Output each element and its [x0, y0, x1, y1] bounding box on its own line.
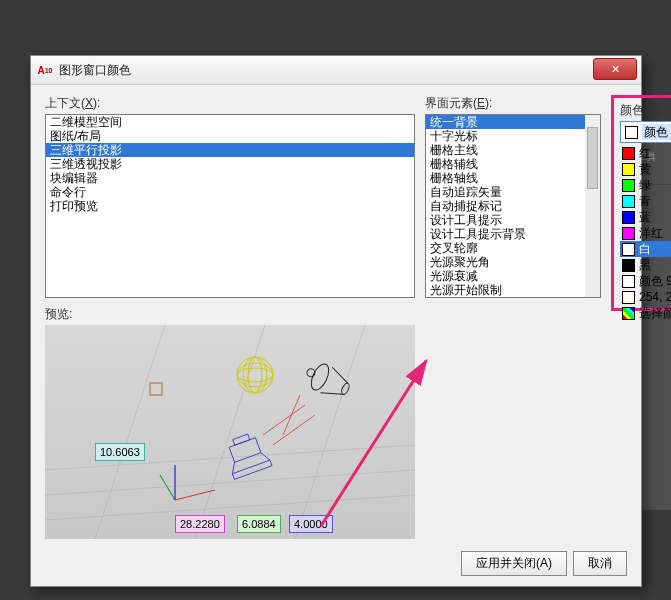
context-listbox[interactable]: 二维模型空间图纸/布局三维平行投影三维透视投影块编辑器命令行打印预览	[45, 114, 415, 298]
context-item[interactable]: 三维透视投影	[46, 157, 414, 171]
context-item[interactable]: 块编辑器	[46, 171, 414, 185]
preview-dim-c: 4.0000	[289, 515, 333, 533]
element-item[interactable]: 光源结束限制	[426, 297, 600, 298]
color-item[interactable]: 颜色 9	[620, 273, 671, 289]
svg-point-9	[237, 357, 273, 393]
element-item[interactable]: 栅格主线	[426, 143, 600, 157]
color-swatch	[622, 195, 635, 208]
color-swatch	[622, 179, 635, 192]
svg-point-18	[306, 367, 317, 378]
element-column: 界面元素(E): 统一背景十字光标栅格主线栅格辅线栅格轴线自动追踪矢量自动捕捉标…	[425, 95, 601, 539]
marker-square	[150, 383, 162, 395]
preview-dim-a: 28.2280	[175, 515, 225, 533]
element-item[interactable]: 栅格辅线	[426, 157, 600, 171]
element-item[interactable]: 光源聚光角	[426, 255, 600, 269]
current-swatch	[625, 126, 638, 139]
context-item[interactable]: 二维模型空间	[46, 115, 414, 129]
color-item[interactable]: 黑	[620, 257, 671, 273]
dialog-title: 图形窗口颜色	[59, 62, 131, 79]
context-label: 上下文(X):	[45, 95, 415, 112]
color-name: 蓝	[639, 209, 651, 226]
svg-rect-23	[233, 434, 250, 445]
svg-line-21	[283, 395, 300, 435]
color-swatch	[622, 307, 635, 320]
color-swatch	[622, 147, 635, 160]
context-item[interactable]: 图纸/布局	[46, 129, 414, 143]
element-item[interactable]: 光源开始限制	[426, 283, 600, 297]
color-name: 黑	[639, 257, 651, 274]
wire-horn	[301, 358, 354, 402]
context-column: 上下文(X): 二维模型空间图纸/布局三维平行投影三维透视投影块编辑器命令行打印…	[45, 95, 415, 539]
preview-label: 预览:	[45, 306, 415, 323]
scrollbar[interactable]	[585, 115, 600, 297]
wire-camera	[221, 430, 272, 479]
color-item[interactable]: 254, 252, 240	[620, 289, 671, 305]
color-item[interactable]: 青	[620, 193, 671, 209]
color-label: 颜色(C):	[620, 102, 671, 119]
element-item[interactable]: 光源衰减	[426, 269, 600, 283]
element-item[interactable]: 交叉轮廓	[426, 241, 600, 255]
color-item[interactable]: 白	[620, 241, 671, 257]
color-name: 254, 252, 240	[639, 290, 671, 304]
red-lines	[263, 395, 315, 445]
color-panel: 颜色(C): 颜色 9 ▾ 红黄绿青蓝洋红白黑颜色 9254, 252, 240…	[611, 95, 671, 311]
scrollbar-thumb[interactable]	[587, 127, 598, 189]
svg-point-12	[237, 363, 273, 387]
color-name: 黄	[639, 161, 651, 178]
color-swatch	[622, 227, 635, 240]
close-icon: ✕	[611, 63, 620, 76]
svg-line-6	[175, 490, 215, 500]
color-name: 白	[639, 241, 651, 258]
cancel-button[interactable]: 取消	[573, 551, 627, 576]
color-swatch	[622, 291, 635, 304]
svg-line-19	[263, 405, 305, 435]
color-swatch	[622, 211, 635, 224]
color-name: 选择颜色...	[639, 305, 671, 322]
svg-line-2	[45, 495, 415, 520]
color-item[interactable]: 绿	[620, 177, 671, 193]
element-item[interactable]: 设计工具提示背景	[426, 227, 600, 241]
element-item[interactable]: 自动追踪矢量	[426, 185, 600, 199]
button-bar: 应用并关闭(A) 取消	[461, 551, 627, 576]
svg-rect-26	[232, 460, 272, 479]
apply-close-button[interactable]: 应用并关闭(A)	[461, 551, 567, 576]
element-item[interactable]: 十字光标	[426, 129, 600, 143]
preview-dim-b: 6.0884	[237, 515, 281, 533]
svg-point-11	[248, 357, 262, 393]
context-item[interactable]: 打印预览	[46, 199, 414, 213]
color-name: 绿	[639, 177, 651, 194]
element-item[interactable]: 自动捕捉标记	[426, 199, 600, 213]
svg-point-17	[340, 382, 351, 395]
color-swatch	[622, 275, 635, 288]
svg-line-15	[329, 367, 351, 383]
color-swatch	[622, 259, 635, 272]
color-name: 洋红	[639, 225, 663, 242]
svg-line-1	[45, 470, 415, 495]
titlebar: A10 图形窗口颜色 ✕	[31, 56, 641, 85]
context-item[interactable]: 命令行	[46, 185, 414, 199]
svg-line-3	[95, 325, 165, 539]
color-dropdown-list[interactable]: 红黄绿青蓝洋红白黑颜色 9254, 252, 240选择颜色...	[620, 145, 671, 321]
color-item[interactable]: 黄	[620, 161, 671, 177]
color-swatch	[622, 243, 635, 256]
svg-point-13	[243, 357, 267, 393]
element-item[interactable]: 设计工具提示	[426, 213, 600, 227]
preview-svg	[45, 325, 415, 539]
element-item[interactable]: 统一背景	[426, 115, 600, 129]
color-swatch	[622, 163, 635, 176]
color-item[interactable]: 洋红	[620, 225, 671, 241]
element-label: 界面元素(E):	[425, 95, 601, 112]
content-area: 上下文(X): 二维模型空间图纸/布局三维平行投影三维透视投影块编辑器命令行打印…	[31, 85, 641, 549]
color-combobox[interactable]: 颜色 9 ▾	[620, 121, 671, 143]
element-listbox[interactable]: 统一背景十字光标栅格主线栅格辅线栅格轴线自动追踪矢量自动捕捉标记设计工具提示设计…	[425, 114, 601, 298]
close-button[interactable]: ✕	[593, 58, 637, 80]
svg-line-16	[320, 385, 342, 401]
context-item[interactable]: 三维平行投影	[46, 143, 414, 157]
preview-dim-z: 10.6063	[95, 443, 145, 461]
color-item[interactable]: 红	[620, 145, 671, 161]
wire-globe	[237, 357, 273, 393]
element-item[interactable]: 栅格轴线	[426, 171, 600, 185]
color-name: 颜色 9	[639, 273, 671, 290]
color-item[interactable]: 蓝	[620, 209, 671, 225]
color-item[interactable]: 选择颜色...	[620, 305, 671, 321]
